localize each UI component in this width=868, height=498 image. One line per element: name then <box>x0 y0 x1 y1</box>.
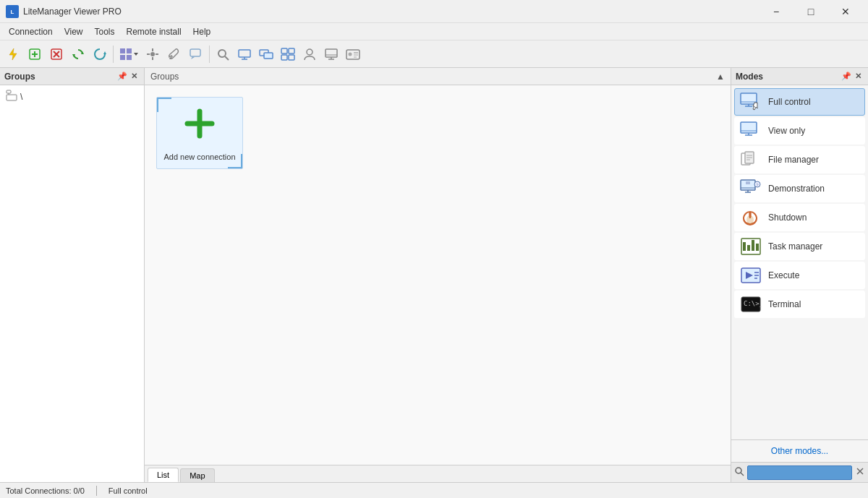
groups-tree: \ <box>0 85 144 482</box>
toolbar-multiscreen[interactable] <box>278 44 298 64</box>
mode-full-control[interactable]: Full control <box>734 88 865 116</box>
svg-rect-26 <box>239 50 250 57</box>
svg-rect-33 <box>281 55 287 60</box>
modes-footer: Other modes... <box>731 439 868 462</box>
svg-rect-20 <box>147 53 150 55</box>
toolbar-users[interactable] <box>299 44 320 64</box>
svg-point-86 <box>736 468 741 473</box>
mode-view-only[interactable]: View only <box>734 117 865 145</box>
groups-close-btn[interactable]: ✕ <box>128 71 140 82</box>
svg-text:C:\>_: C:\>_ <box>744 300 762 307</box>
maximize-button[interactable]: □ <box>794 0 827 23</box>
groups-content: Add new connection <box>145 85 731 465</box>
execute-icon <box>739 265 762 286</box>
add-connection-label: Add new connection <box>163 153 235 161</box>
toolbar-view-mode[interactable] <box>116 44 141 64</box>
mode-shutdown[interactable]: Shutdown <box>734 204 865 231</box>
mode-execute[interactable]: Execute <box>734 262 865 289</box>
statusbar: Total Connections: 0/0 Full control <box>0 482 868 498</box>
modes-search-input[interactable] <box>747 465 852 480</box>
svg-rect-36 <box>326 49 337 57</box>
modes-search-icon[interactable] <box>734 466 744 478</box>
titlebar: L LiteManager Viewer PRO − □ ✕ <box>0 0 868 23</box>
svg-rect-30 <box>264 53 273 59</box>
modes-list: Full control View only <box>731 85 868 439</box>
svg-rect-19 <box>152 57 153 60</box>
tabs-bar: List Map <box>145 465 731 482</box>
toolbar-screens[interactable] <box>256 44 276 64</box>
toolbar-delete[interactable] <box>46 44 67 64</box>
modes-search-bar <box>731 462 868 482</box>
shutdown-label: Shutdown <box>768 212 807 223</box>
menu-help[interactable]: Help <box>187 25 217 38</box>
mode-terminal[interactable]: C:\>_ Terminal <box>734 291 865 318</box>
tab-map[interactable]: Map <box>180 468 214 482</box>
modes-pin-btn[interactable]: 📌 <box>841 71 852 82</box>
svg-rect-21 <box>156 53 158 55</box>
menu-view[interactable]: View <box>59 25 89 38</box>
full-control-icon <box>739 92 762 112</box>
svg-point-17 <box>150 52 155 56</box>
svg-marker-2 <box>9 48 17 60</box>
svg-rect-65 <box>746 181 750 184</box>
modes-header: Modes 📌 ✕ <box>731 68 868 85</box>
modes-clear-icon[interactable] <box>855 466 865 478</box>
svg-rect-75 <box>743 242 746 251</box>
menu-remote-install[interactable]: Remote install <box>121 25 187 38</box>
svg-rect-77 <box>752 240 754 251</box>
toolbar-refresh[interactable] <box>68 44 88 64</box>
groups-panel-header: Groups 📌 ✕ <box>0 68 144 85</box>
minimize-button[interactable]: − <box>760 0 793 23</box>
toolbar-refresh2[interactable] <box>90 44 110 64</box>
toolbar-lightning[interactable] <box>3 44 23 64</box>
toolbar-properties[interactable] <box>142 44 163 64</box>
svg-point-24 <box>218 50 226 57</box>
file-manager-label: File manager <box>768 155 819 165</box>
view-only-label: View only <box>768 126 805 136</box>
groups-title: Groups <box>4 72 116 82</box>
mode-demonstration[interactable]: ? Demonstration <box>734 175 865 202</box>
add-connection-tile[interactable]: Add new connection <box>156 97 243 169</box>
task-manager-icon <box>739 236 762 257</box>
toolbar-chat[interactable] <box>186 44 206 64</box>
modes-close-btn[interactable]: ✕ <box>852 71 864 82</box>
other-modes-link[interactable]: Other modes... <box>771 446 828 456</box>
tab-list[interactable]: List <box>148 468 179 482</box>
toolbar-add[interactable] <box>25 44 45 64</box>
app-logo: L <box>6 5 19 18</box>
svg-line-87 <box>741 473 744 476</box>
toolbar-search[interactable] <box>213 44 233 64</box>
mode-task-manager[interactable]: Task manager <box>734 233 865 260</box>
svg-rect-18 <box>152 48 153 51</box>
groups-panel: Groups 📌 ✕ \ <box>0 68 145 482</box>
menu-connection[interactable]: Connection <box>3 25 59 38</box>
svg-rect-46 <box>7 95 17 100</box>
svg-point-41 <box>349 52 352 56</box>
tree-root-item[interactable]: \ <box>3 88 141 105</box>
center-title: Groups <box>150 72 716 82</box>
svg-rect-55 <box>741 122 757 133</box>
groups-pin-btn[interactable]: 📌 <box>116 71 128 82</box>
close-button[interactable]: ✕ <box>829 0 862 23</box>
center-header: Groups ▲ <box>145 68 731 85</box>
svg-point-35 <box>307 49 312 55</box>
toolbar-connect[interactable] <box>234 44 255 64</box>
file-manager-icon <box>739 150 762 170</box>
svg-marker-11 <box>103 51 106 54</box>
add-connection-icon <box>182 106 218 148</box>
menubar: Connection View Tools Remote install Hel… <box>0 23 868 40</box>
toolbar-id[interactable] <box>343 44 363 64</box>
view-only-icon <box>739 121 762 141</box>
menu-tools[interactable]: Tools <box>89 25 121 38</box>
svg-rect-34 <box>289 55 294 60</box>
execute-label: Execute <box>768 270 799 280</box>
center-scroll-up[interactable]: ▲ <box>716 72 725 82</box>
demonstration-icon: ? <box>739 179 762 199</box>
svg-rect-45 <box>7 90 11 93</box>
svg-line-25 <box>225 56 229 60</box>
mode-file-manager[interactable]: File manager <box>734 146 865 173</box>
toolbar-tools[interactable] <box>164 44 184 64</box>
tile-corner-br <box>228 154 242 168</box>
toolbar-monitor[interactable] <box>321 44 341 64</box>
window-controls: − □ ✕ <box>760 0 862 23</box>
